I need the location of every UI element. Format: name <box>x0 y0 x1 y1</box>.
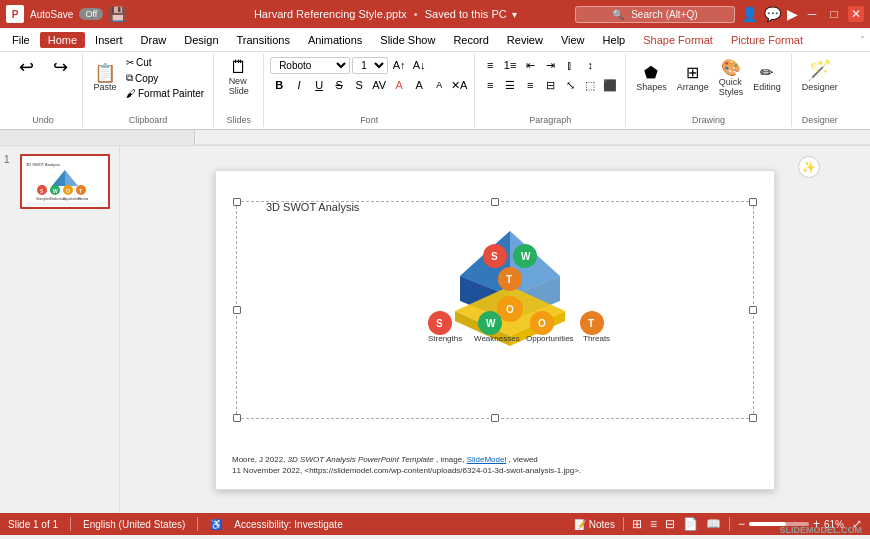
quick-styles-button[interactable]: 🎨 QuickStyles <box>715 56 748 99</box>
comments-icon[interactable]: 💬 <box>764 6 781 22</box>
svg-text:W: W <box>486 318 496 329</box>
pyramid-container: S W O T <box>266 221 754 351</box>
save-dropdown-icon[interactable]: ▾ <box>512 9 517 20</box>
autosave-label: AutoSave <box>30 9 73 20</box>
menu-slideshow[interactable]: Slide Show <box>372 32 443 48</box>
share-icon[interactable]: 👤 <box>741 6 758 22</box>
line-spacing-button[interactable]: ↕ <box>581 56 599 74</box>
menu-home[interactable]: Home <box>40 32 85 48</box>
numbering-button[interactable]: 1≡ <box>501 56 519 74</box>
reading-view-icon[interactable]: 📖 <box>706 517 721 531</box>
bullets-button[interactable]: ≡ <box>481 56 499 74</box>
minimize-button[interactable]: ─ <box>804 6 820 22</box>
font-name-select[interactable]: Roboto <box>270 57 350 74</box>
menu-shape-format[interactable]: Shape Format <box>635 32 721 48</box>
notes-view-icon[interactable]: 📄 <box>683 517 698 531</box>
notes-button[interactable]: 📝 Notes <box>574 519 615 530</box>
text-direction-button[interactable]: ⤡ <box>561 76 579 94</box>
svg-text:W: W <box>521 251 531 262</box>
citation-link[interactable]: SlideModel <box>467 455 507 464</box>
accessibility-label[interactable]: Accessibility: Investigate <box>234 519 342 530</box>
slide-thumbnail-1[interactable]: 3D SWOT Analysis S W O T Strengths Weakn… <box>20 154 110 209</box>
svg-text:O: O <box>66 188 70 194</box>
language-label[interactable]: English (United States) <box>83 519 185 530</box>
svg-text:O: O <box>538 318 546 329</box>
convert-smartart-button[interactable]: ⬛ <box>601 76 619 94</box>
format-painter-button[interactable]: 🖌 Format Painter <box>123 87 207 100</box>
font-size-large[interactable]: A <box>410 76 428 94</box>
maximize-button[interactable]: □ <box>826 6 842 22</box>
svg-text:Threats: Threats <box>78 197 89 201</box>
slide-thumb-1[interactable]: 1 3D SWOT Analysis S W O <box>4 154 115 209</box>
normal-view-icon[interactable]: ⊞ <box>632 517 642 531</box>
save-separator: • <box>414 8 418 20</box>
justify-button[interactable]: ⊟ <box>541 76 559 94</box>
slide-canvas[interactable]: 3D SWOT Analysis S <box>215 170 775 490</box>
menu-picture-format[interactable]: Picture Format <box>723 32 811 48</box>
new-slide-icon: 🗒 <box>230 58 248 76</box>
font-size-small[interactable]: A <box>430 76 448 94</box>
present-icon[interactable]: ▶ <box>787 6 798 22</box>
cut-button[interactable]: ✂ Cut <box>123 56 207 69</box>
copilot-icon[interactable]: ✨ <box>798 156 820 178</box>
designer-button[interactable]: 🪄 Designer <box>798 56 842 94</box>
align-right-button[interactable]: ≡ <box>521 76 539 94</box>
align-center-button[interactable]: ☰ <box>501 76 519 94</box>
undo-label: Undo <box>32 115 54 125</box>
menu-view[interactable]: View <box>553 32 593 48</box>
columns-button[interactable]: ⫿ <box>561 56 579 74</box>
swot-section: 3D SWOT Analysis S <box>266 201 754 351</box>
status-sep-2 <box>197 517 198 531</box>
increase-font-button[interactable]: A↑ <box>390 56 408 74</box>
font-size-select[interactable]: 18 <box>352 57 388 74</box>
new-slide-button[interactable]: 🗒 NewSlide <box>223 56 255 98</box>
citation-text: Moore, J 2022, 3D SWOT Analysis PowerPoi… <box>232 454 758 476</box>
slide-content: 3D SWOT Analysis S <box>216 171 774 489</box>
save-icon[interactable]: 💾 <box>109 6 126 22</box>
outline-view-icon[interactable]: ≡ <box>650 517 657 531</box>
menu-design[interactable]: Design <box>176 32 226 48</box>
title-bar-left: P AutoSave Off 💾 <box>6 5 196 23</box>
shapes-button[interactable]: ⬟ Shapes <box>632 61 671 94</box>
autosave-toggle[interactable]: Off <box>79 8 103 20</box>
copy-button[interactable]: ⧉ Copy <box>123 71 207 85</box>
decrease-font-button[interactable]: A↓ <box>410 56 428 74</box>
slide-sorter-icon[interactable]: ⊟ <box>665 517 675 531</box>
powerpoint-logo: P <box>6 5 24 23</box>
editing-button[interactable]: ✏ Editing <box>749 61 785 94</box>
underline-button[interactable]: U <box>310 76 328 94</box>
menu-insert[interactable]: Insert <box>87 32 131 48</box>
align-left-button[interactable]: ≡ <box>481 76 499 94</box>
shadow-button[interactable]: S <box>350 76 368 94</box>
ribbon-collapse-icon[interactable]: ⌃ <box>859 35 866 44</box>
smart-art-button[interactable]: ⬚ <box>581 76 599 94</box>
search-placeholder: Search (Alt+Q) <box>631 9 697 20</box>
char-spacing-button[interactable]: AV <box>370 76 388 94</box>
clear-format-button[interactable]: ✕A <box>450 76 468 94</box>
bold-button[interactable]: B <box>270 76 288 94</box>
decrease-indent-button[interactable]: ⇤ <box>521 56 539 74</box>
menu-help[interactable]: Help <box>595 32 634 48</box>
close-button[interactable]: ✕ <box>848 6 864 22</box>
paste-button[interactable]: 📋 Paste <box>89 62 121 94</box>
slides-panel: 1 3D SWOT Analysis S W O <box>0 146 120 513</box>
search-bar[interactable]: 🔍 Search (Alt+Q) <box>575 6 735 23</box>
file-name: Harvard Referencing Style.pptx <box>254 8 407 20</box>
menu-record[interactable]: Record <box>445 32 496 48</box>
menu-animations[interactable]: Animations <box>300 32 370 48</box>
italic-button[interactable]: I <box>290 76 308 94</box>
menu-review[interactable]: Review <box>499 32 551 48</box>
redo-button[interactable]: ↪ <box>44 56 76 78</box>
font-color-button[interactable]: A <box>390 76 408 94</box>
menu-file[interactable]: File <box>4 32 38 48</box>
ruler-horizontal <box>195 130 870 145</box>
increase-indent-button[interactable]: ⇥ <box>541 56 559 74</box>
undo-button[interactable]: ↩ <box>10 56 42 78</box>
menu-draw[interactable]: Draw <box>133 32 175 48</box>
menu-transitions[interactable]: Transitions <box>229 32 298 48</box>
svg-rect-18 <box>26 202 104 206</box>
arrange-button[interactable]: ⊞ Arrange <box>673 61 713 94</box>
strikethrough-button[interactable]: S <box>330 76 348 94</box>
zoom-out-icon[interactable]: − <box>738 517 745 531</box>
cut-icon: ✂ <box>126 57 134 68</box>
